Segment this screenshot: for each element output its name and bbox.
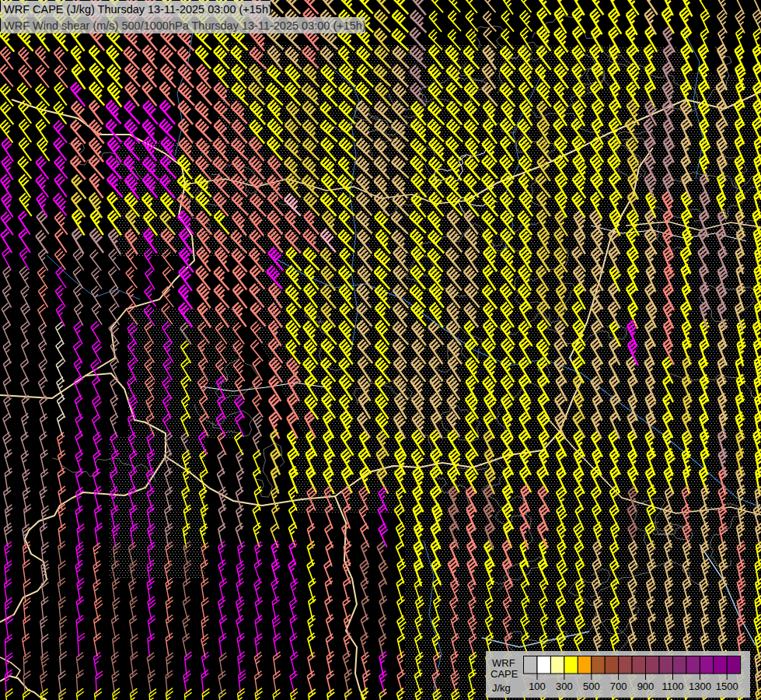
svg-text:1100: 1100 — [662, 681, 684, 692]
svg-text:WRF CAPE (J/kg) Thursday 13-11: WRF CAPE (J/kg) Thursday 13-11-2025 03:0… — [4, 3, 272, 16]
svg-text:WRF: WRF — [492, 657, 515, 669]
svg-text:1500: 1500 — [716, 681, 738, 692]
svg-text:500: 500 — [583, 681, 600, 692]
svg-text:J/kg: J/kg — [492, 682, 511, 694]
svg-text:WRF Wind shear (m/s) 500/1000h: WRF Wind shear (m/s) 500/1000hPa Thursda… — [4, 19, 366, 32]
svg-text:300: 300 — [556, 681, 573, 692]
svg-text:1300: 1300 — [689, 681, 711, 692]
svg-text:700: 700 — [610, 681, 627, 692]
svg-text:CAPE: CAPE — [490, 668, 518, 680]
svg-text:100: 100 — [529, 681, 546, 692]
svg-text:900: 900 — [637, 681, 655, 692]
